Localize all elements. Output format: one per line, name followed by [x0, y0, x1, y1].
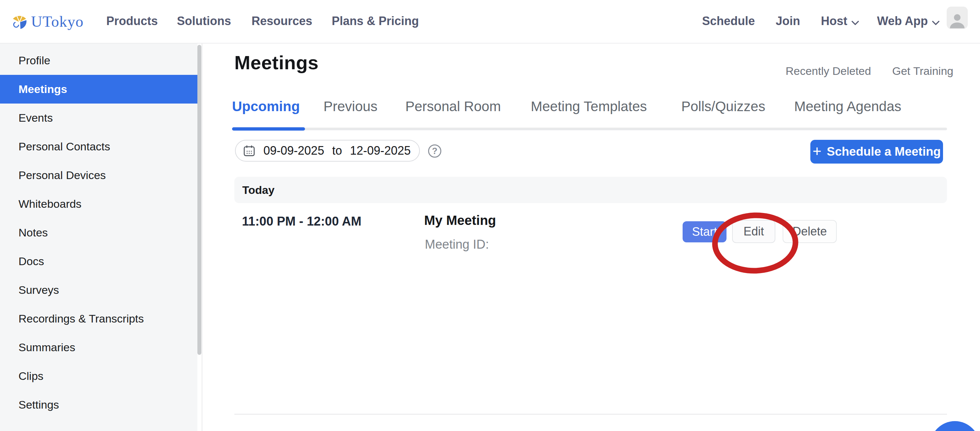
meeting-time: 11:00 PM - 12:00 AM	[242, 214, 361, 228]
tab-personal-room[interactable]: Personal Room	[405, 99, 501, 114]
tab-polls-quizzes[interactable]: Polls/Quizzes	[681, 99, 765, 114]
sidebar-item-docs[interactable]: Docs	[0, 247, 197, 276]
delete-button[interactable]: Delete	[783, 220, 837, 243]
today-label: Today	[242, 184, 275, 196]
active-tab-underline	[232, 127, 305, 131]
nav-item-products[interactable]: Products	[106, 0, 158, 42]
sidebar-item-surveys[interactable]: Surveys	[0, 276, 197, 304]
date-to-value[interactable]: 12-09-2025	[350, 144, 410, 158]
sidebar-item-clips[interactable]: Clips	[0, 362, 197, 390]
sidebar-list: Profile Meetings Events Personal Contact…	[0, 46, 197, 419]
person-icon	[948, 11, 966, 29]
start-button[interactable]: Start	[682, 221, 727, 242]
today-section-header: Today	[234, 177, 947, 203]
nav-item-web-app[interactable]: Web App	[877, 0, 940, 42]
chevron-down-icon	[932, 0, 940, 42]
sidebar-item-personal-devices[interactable]: Personal Devices	[0, 161, 197, 190]
utokyo-logo-text: UTokyo	[31, 13, 84, 30]
sidebar-item-personal-contacts[interactable]: Personal Contacts	[0, 132, 197, 161]
sidebar-item-recordings-transcripts[interactable]: Recordings & Transcripts	[0, 304, 197, 333]
chevron-down-icon	[851, 0, 859, 42]
sidebar-item-settings[interactable]: Settings	[0, 390, 197, 419]
top-nav: UTokyo Products Solutions Resources Plan…	[0, 0, 980, 44]
sidebar-item-notes[interactable]: Notes	[0, 218, 197, 247]
sidebar-item-events[interactable]: Events	[0, 103, 197, 132]
schedule-a-meeting-button[interactable]: + Schedule a Meeting	[810, 140, 943, 163]
plus-icon: +	[813, 142, 822, 160]
red-ellipse-annotation	[708, 209, 802, 281]
list-bottom-divider	[234, 414, 947, 415]
schedule-a-meeting-label: Schedule a Meeting	[827, 145, 941, 158]
nav-item-solutions[interactable]: Solutions	[177, 0, 231, 42]
tab-previous[interactable]: Previous	[323, 99, 377, 114]
page-title: Meetings	[234, 51, 318, 73]
nav-item-resources[interactable]: Resources	[251, 0, 312, 42]
nav-item-schedule[interactable]: Schedule	[702, 0, 755, 42]
date-range-separator: to	[332, 144, 342, 158]
nav-item-plans-pricing[interactable]: Plans & Pricing	[332, 0, 419, 42]
utokyo-logo[interactable]: UTokyo	[11, 0, 84, 43]
sidebar-item-summaries[interactable]: Summaries	[0, 333, 197, 362]
date-from-value[interactable]: 09-09-2025	[263, 144, 324, 158]
calendar-icon	[243, 144, 256, 157]
meeting-title[interactable]: My Meeting	[424, 213, 496, 228]
nav-item-join[interactable]: Join	[776, 0, 800, 42]
avatar[interactable]	[947, 6, 968, 29]
help-fab-button[interactable]	[930, 421, 980, 431]
sidebar-scrollbar-thumb[interactable]	[197, 45, 201, 355]
utokyo-logo-icon	[11, 13, 28, 30]
recently-deleted-link[interactable]: Recently Deleted	[786, 63, 871, 78]
sidebar-scrollbar-track	[202, 43, 202, 431]
sidebar-item-meetings[interactable]: Meetings	[0, 75, 197, 103]
edit-button[interactable]: Edit	[732, 220, 775, 243]
nav-item-host[interactable]: Host	[821, 0, 859, 42]
meeting-id-label: Meeting ID:	[425, 238, 489, 252]
tab-meeting-agendas[interactable]: Meeting Agendas	[794, 99, 902, 114]
get-training-link[interactable]: Get Training	[892, 63, 953, 78]
tab-underline-track	[234, 128, 947, 130]
tab-upcoming[interactable]: Upcoming	[232, 99, 300, 114]
sidebar-item-whiteboards[interactable]: Whiteboards	[0, 190, 197, 218]
question-mark-icon[interactable]: ?	[428, 144, 441, 158]
sidebar-item-profile[interactable]: Profile	[0, 46, 197, 75]
sidebar: Profile Meetings Events Personal Contact…	[0, 43, 197, 431]
date-range-picker[interactable]: 09-09-2025 to 12-09-2025	[235, 140, 420, 162]
tab-meeting-templates[interactable]: Meeting Templates	[531, 99, 647, 114]
